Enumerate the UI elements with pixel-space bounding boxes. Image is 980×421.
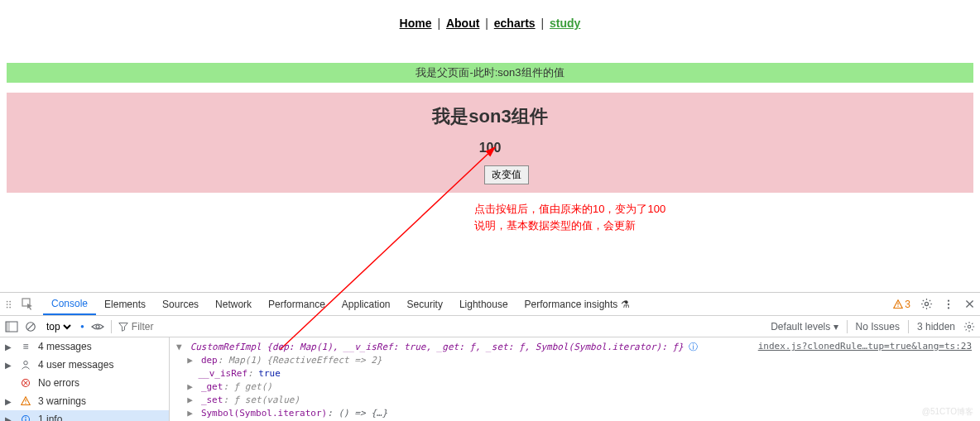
annotation-area: 点击按钮后，值由原来的10，变为了100 说明，基本数据类型的值，会更新: [7, 193, 973, 259]
element-picker-icon[interactable]: [22, 298, 35, 311]
svg-point-18: [96, 325, 99, 328]
annotation-text: 点击按钮后，值由原来的10，变为了100 说明，基本数据类型的值，会更新: [474, 201, 665, 233]
svg-point-10: [925, 302, 928, 305]
svg-point-4: [9, 300, 11, 302]
nav-link-about[interactable]: About: [446, 17, 479, 30]
issues-link[interactable]: No Issues: [856, 321, 900, 332]
tab-network[interactable]: Network: [207, 293, 260, 315]
change-value-button[interactable]: 改变值: [484, 165, 529, 184]
nav-link-home[interactable]: Home: [400, 17, 432, 30]
sidebar-item-info[interactable]: ▶1 info: [0, 410, 169, 421]
svg-rect-8: [898, 302, 899, 304]
info-icon: [20, 414, 31, 421]
sidebar-item-messages[interactable]: ▶≡4 messages: [0, 337, 169, 356]
log-levels-dropdown[interactable]: Default levels ▾: [771, 321, 838, 332]
sidebar-item-errors[interactable]: No errors: [0, 374, 169, 392]
filter-input[interactable]: [132, 321, 181, 332]
svg-point-19: [968, 325, 971, 328]
nav-link-echarts[interactable]: echarts: [494, 17, 536, 30]
flask-icon: ⚗: [621, 299, 630, 310]
devtools-tab-bar: Console Elements Sources Network Perform…: [0, 293, 980, 316]
svg-point-11: [948, 299, 949, 301]
svg-point-1: [7, 300, 8, 302]
clear-console-icon[interactable]: [25, 321, 36, 332]
svg-point-26: [25, 417, 26, 419]
hidden-count[interactable]: 3 hidden: [917, 321, 955, 332]
tab-elements[interactable]: Elements: [96, 293, 154, 315]
svg-point-20: [24, 361, 28, 366]
error-icon: [20, 378, 31, 388]
dock-side-icon[interactable]: [5, 299, 17, 310]
svg-point-5: [9, 304, 11, 305]
devtools-body: ▶≡4 messages ▶4 user messages No errors …: [0, 337, 980, 421]
svg-line-17: [27, 323, 33, 329]
svg-point-12: [948, 303, 949, 304]
svg-point-9: [898, 305, 900, 307]
console-sidebar: ▶≡4 messages ▶4 user messages No errors …: [0, 337, 170, 421]
filter-icon: [118, 322, 128, 332]
tab-perf-insights[interactable]: Performance insights ⚗: [516, 293, 639, 315]
devtools-panel: Console Elements Sources Network Perform…: [0, 292, 980, 421]
user-icon: [20, 360, 31, 370]
tab-performance[interactable]: Performance: [260, 293, 334, 315]
tab-application[interactable]: Application: [334, 293, 399, 315]
console-output[interactable]: index.js?clonedRule…tup=true&lang=ts:23 …: [170, 337, 980, 421]
svg-point-23: [25, 403, 26, 404]
annotation-line1: 点击按钮后，值由原来的10，变为了100: [474, 201, 665, 218]
nav-separator: |: [538, 17, 547, 30]
tab-lighthouse[interactable]: Lighthouse: [451, 293, 516, 315]
svg-rect-15: [6, 322, 10, 332]
context-selector[interactable]: top: [43, 320, 74, 333]
tab-console[interactable]: Console: [43, 293, 96, 315]
messages-icon: ≡: [20, 341, 31, 352]
svg-point-6: [9, 306, 11, 308]
more-icon[interactable]: [943, 299, 954, 310]
warning-icon: [893, 299, 903, 309]
sidebar-item-warnings[interactable]: ▶3 warnings: [0, 392, 169, 410]
svg-point-13: [948, 307, 949, 309]
svg-rect-22: [25, 399, 26, 402]
console-toolbar: top ● Default levels ▾ No Issues 3 hidde…: [0, 316, 980, 337]
nav-links: Home | About | echarts | study: [7, 17, 973, 30]
settings-icon[interactable]: [920, 298, 933, 310]
son3-value: 100: [7, 141, 973, 155]
tab-security[interactable]: Security: [399, 293, 451, 315]
console-object-header: CustomRefImpl {dep: Map(1), __v_isRef: t…: [190, 342, 684, 352]
tab-sources[interactable]: Sources: [154, 293, 207, 315]
watermark: @51CTO博客: [922, 406, 973, 418]
svg-point-2: [7, 304, 8, 305]
parent-banner: 我是父页面-此时:son3组件的值: [7, 63, 973, 83]
son3-component: 我是son3组件 100 改变值: [7, 93, 973, 193]
warnings-badge[interactable]: 3: [893, 299, 910, 310]
live-expression-icon[interactable]: [91, 322, 104, 332]
sidebar-item-user-messages[interactable]: ▶4 user messages: [0, 356, 169, 374]
nav-separator: |: [435, 17, 444, 30]
app-viewport: Home | About | echarts | study 我是父页面-此时:…: [0, 0, 980, 292]
nav-separator: |: [482, 17, 491, 30]
son3-title: 我是son3组件: [7, 104, 973, 129]
warning-icon: [20, 396, 31, 406]
svg-point-3: [7, 306, 8, 308]
filter-field[interactable]: [118, 321, 181, 332]
sidebar-toggle-icon[interactable]: [5, 321, 18, 332]
console-settings-icon[interactable]: [963, 321, 975, 332]
annotation-line2: 说明，基本数据类型的值，会更新: [474, 218, 665, 234]
source-link[interactable]: index.js?clonedRule…tup=true&lang=ts:23: [758, 341, 972, 352]
close-icon[interactable]: [964, 299, 975, 309]
nav-link-study[interactable]: study: [550, 17, 580, 30]
